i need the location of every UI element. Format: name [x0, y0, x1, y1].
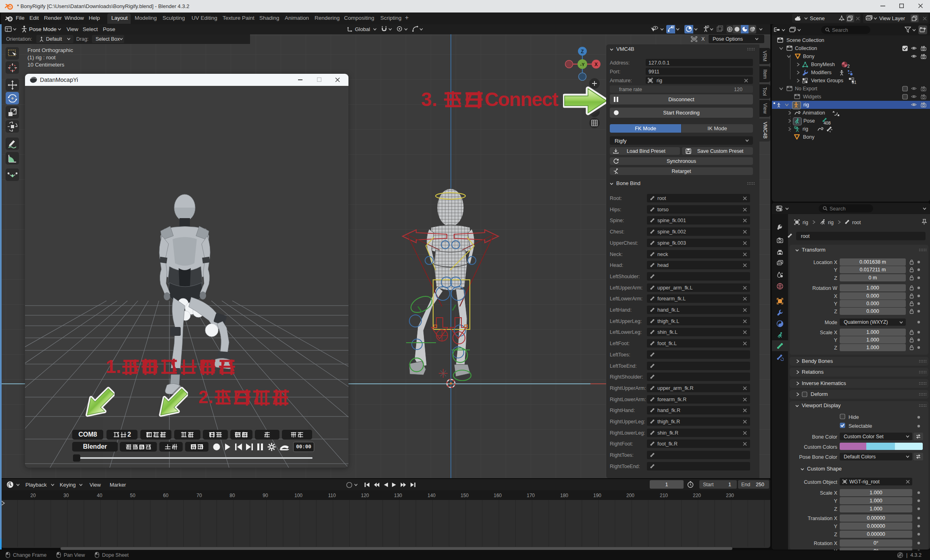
svg-text:X: X	[594, 62, 598, 67]
svg-text:-Y: -Y	[580, 62, 585, 67]
svg-text:Z: Z	[581, 49, 584, 54]
